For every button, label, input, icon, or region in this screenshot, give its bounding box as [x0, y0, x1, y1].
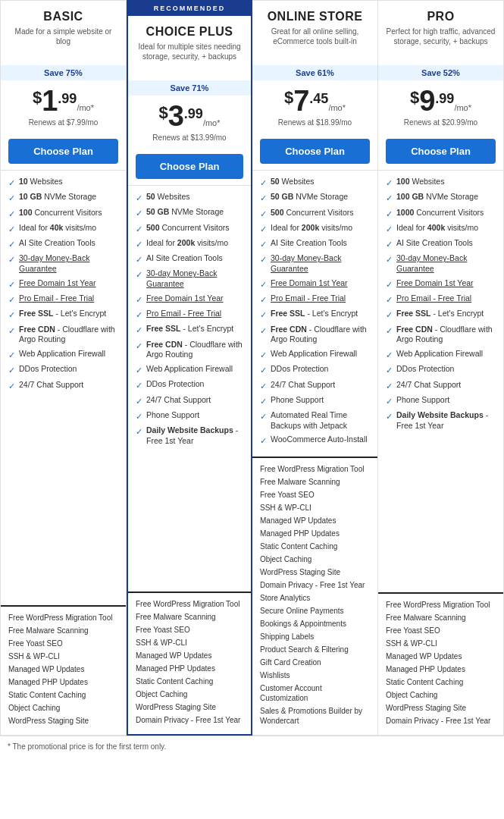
feature-item-basic-1: ✓ 10 GB NVMe Storage [8, 192, 118, 203]
extra-item-basic-1: Free Malware Scanning [8, 626, 118, 635]
check-icon: ✓ [386, 209, 393, 219]
extra-item-online-store-7: Object Caching [260, 554, 370, 564]
feature-item-choice-plus-6: ✓ Free Domain 1st Year [136, 293, 243, 305]
choose-plan-button-choice-plus[interactable]: Choose Plan [136, 154, 243, 179]
feature-text: Ideal for 400k visits/mo [396, 223, 478, 234]
feature-text: 100 Concurrent Visitors [19, 208, 102, 218]
feature-item-pro-13: ✓ Phone Support [386, 395, 496, 406]
pricing-grid: BASIC Made for a simple website or blog … [0, 0, 504, 736]
save-bar-online-store: Save 61% [252, 65, 377, 80]
feature-item-online-store-1: ✓ 50 GB NVMe Storage [260, 192, 370, 203]
feature-text: AI Site Creation Tools [19, 238, 95, 249]
feature-text: 30-day Money-Back Guarantee [19, 253, 118, 274]
feature-item-pro-11: ✓ DDos Protection [386, 364, 496, 375]
features-list-online-store: ✓ 50 Websites ✓ 50 GB NVMe Storage ✓ 500… [252, 170, 377, 457]
feature-text: Pro Email - Free Trial [396, 293, 471, 304]
feature-item-online-store-0: ✓ 50 Websites [260, 177, 370, 188]
check-icon: ✓ [8, 279, 15, 290]
feature-text: 500 Concurrent Visitors [146, 223, 230, 234]
footnote: * The promotional price is for the first… [0, 736, 504, 757]
feature-item-pro-2: ✓ 1000 Concurrent Visitors [386, 208, 496, 219]
feature-item-pro-5: ✓ 30-day Money-Back Guarantee [386, 253, 496, 274]
feature-text: 24/7 Chat Support [146, 395, 211, 406]
price-dollar-online-store: $ [284, 89, 293, 106]
feature-item-basic-7: ✓ Pro Email - Free Trial [8, 293, 118, 305]
check-icon: ✓ [260, 309, 267, 320]
extra-item-pro-2: Free Yoast SEO [386, 626, 496, 635]
feature-text: Free SSL - Let's Encrypt [19, 309, 106, 319]
features-list-basic: ✓ 10 Websites ✓ 10 GB NVMe Storage ✓ 100… [1, 170, 126, 605]
feature-item-choice-plus-3: ✓ Ideal for 200k visits/mo [136, 238, 243, 249]
check-icon: ✓ [260, 209, 267, 219]
feature-item-basic-6: ✓ Free Domain 1st Year [8, 278, 118, 290]
extra-item-pro-6: Static Content Caching [386, 677, 496, 687]
extra-item-basic-4: Managed WP Updates [8, 664, 118, 674]
feature-item-choice-plus-8: ✓ Free SSL - Let's Encrypt [136, 324, 243, 335]
feature-text: Free SSL - Let's Encrypt [271, 309, 358, 319]
feature-text: Pro Email - Free Trial [146, 309, 221, 319]
feature-item-online-store-14: ✓ Automated Real Time Backups with Jetpa… [260, 410, 370, 431]
extra-item-pro-0: Free WordPress Migration Tool [386, 600, 496, 610]
check-icon: ✓ [260, 435, 267, 446]
feature-item-choice-plus-9: ✓ Free CDN - Cloudflare with Argo Routin… [136, 340, 243, 360]
extra-item-pro-8: WordPress Staging Site [386, 703, 496, 713]
feature-item-online-store-13: ✓ Phone Support [260, 395, 370, 406]
plan-header-pro: PRO Perfect for high traffic, advanced s… [378, 1, 503, 65]
check-icon: ✓ [260, 279, 267, 290]
feature-text: Free Domain 1st Year [271, 278, 348, 289]
extra-item-basic-5: Managed PHP Updates [8, 677, 118, 687]
check-icon: ✓ [260, 325, 267, 336]
price-dollar-pro: $ [410, 89, 419, 106]
plan-name-pro: PRO [386, 10, 496, 24]
feature-text: 24/7 Chat Support [396, 380, 461, 391]
feature-text: 500 Concurrent Visitors [271, 208, 354, 218]
extra-item-online-store-0: Free WordPress Migration Tool [260, 464, 370, 474]
feature-text: Pro Email - Free Trial [19, 293, 94, 304]
feature-item-choice-plus-1: ✓ 50 GB NVMe Storage [136, 207, 243, 218]
feature-item-pro-7: ✓ Pro Email - Free Trial [386, 293, 496, 305]
feature-item-choice-plus-5: ✓ 30-day Money-Back Guarantee [136, 268, 243, 289]
feature-item-pro-4: ✓ AI Site Creation Tools [386, 238, 496, 249]
check-icon: ✓ [260, 381, 267, 391]
feature-text: Free Domain 1st Year [19, 278, 96, 289]
feature-item-choice-plus-0: ✓ 50 Websites [136, 192, 243, 203]
feature-item-online-store-6: ✓ Free Domain 1st Year [260, 278, 370, 290]
feature-item-pro-1: ✓ 100 GB NVMe Storage [386, 192, 496, 203]
check-icon: ✓ [386, 177, 393, 188]
check-icon: ✓ [260, 224, 267, 234]
check-icon: ✓ [386, 239, 393, 249]
price-dollar-choice-plus: $ [158, 105, 167, 121]
feature-text: 50 Websites [271, 177, 315, 187]
feature-item-choice-plus-12: ✓ 24/7 Chat Support [136, 395, 243, 406]
choose-plan-button-online-store[interactable]: Choose Plan [260, 139, 370, 164]
plan-header-basic: BASIC Made for a simple website or blog [1, 1, 126, 65]
feature-text: Web Application Firewall [271, 349, 357, 359]
price-per-online-store: /mo* [328, 103, 346, 112]
check-icon: ✓ [136, 365, 142, 375]
feature-item-online-store-4: ✓ AI Site Creation Tools [260, 238, 370, 249]
check-icon: ✓ [386, 254, 393, 265]
feature-text: Free Domain 1st Year [146, 293, 224, 304]
check-icon: ✓ [8, 224, 15, 234]
price-renews-pro: Renews at $20.99/mo [386, 118, 496, 127]
feature-text: 1000 Concurrent Visitors [396, 208, 484, 218]
feature-text: 30-day Money-Back Guarantee [396, 253, 496, 274]
save-bar-choice-plus: Save 71% [128, 80, 251, 96]
extra-item-online-store-5: Managed PHP Updates [260, 529, 370, 538]
check-icon: ✓ [386, 193, 393, 203]
choose-plan-button-basic[interactable]: Choose Plan [8, 139, 118, 164]
check-icon: ✓ [260, 396, 267, 406]
check-icon: ✓ [260, 294, 267, 305]
extras-list-choice-plus: Free WordPress Migration ToolFree Malwar… [128, 592, 251, 734]
price-amount-choice-plus: 3 [168, 102, 184, 130]
plan-name-choice-plus: CHOICE PLUS [136, 25, 243, 39]
feature-item-pro-14: ✓ Daily Website Backups - Free 1st Year [386, 410, 496, 431]
extra-item-choice-plus-6: Static Content Caching [136, 676, 243, 686]
choose-plan-button-pro[interactable]: Choose Plan [386, 139, 496, 164]
feature-text: Free CDN - Cloudflare with Argo Routing [19, 325, 118, 345]
check-icon: ✓ [386, 224, 393, 234]
feature-item-pro-3: ✓ Ideal for 400k visits/mo [386, 223, 496, 234]
feature-item-pro-0: ✓ 100 Websites [386, 177, 496, 188]
price-decimal-basic: .99 [58, 91, 77, 107]
feature-item-pro-12: ✓ 24/7 Chat Support [386, 380, 496, 391]
